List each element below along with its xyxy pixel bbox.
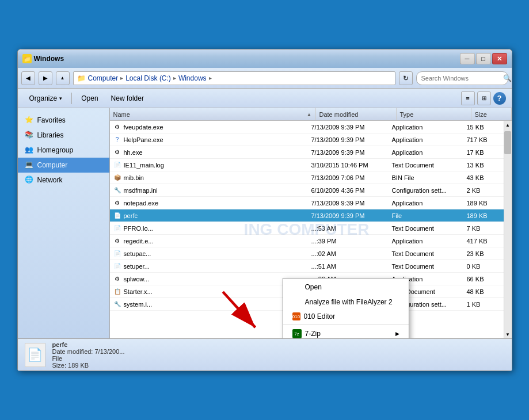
- file-row[interactable]: ⚙hh.exe 7/13/2009 9:39 PM Application 17…: [110, 146, 504, 159]
- window-icon: 📁: [22, 54, 32, 63]
- file-row[interactable]: 📦mib.bin 7/13/2009 7:06 PM BIN File 43 K…: [110, 171, 504, 184]
- scroll-up-arrow[interactable]: ▲: [504, 121, 512, 129]
- filealyzer-icon: [292, 297, 302, 307]
- sidebar: ⭐ Favorites 📚 Libraries 👥 Homegroup 💻 Co…: [18, 108, 110, 338]
- scroll-thumb[interactable]: [504, 131, 511, 154]
- file-row[interactable]: 📄IE11_main.log 3/10/2015 10:46 PM Text D…: [110, 159, 504, 171]
- path-windows[interactable]: Windows: [178, 74, 207, 82]
- file-row[interactable]: ⚙notepad.exe 7/13/2009 9:39 PM Applicati…: [110, 197, 504, 209]
- 7zip-icon: 7z: [292, 329, 302, 338]
- file-icon-exe: ⚙: [113, 275, 121, 283]
- status-filename: perfc: [52, 341, 125, 348]
- col-date[interactable]: Date modified: [316, 108, 397, 120]
- sidebar-label-network: Network: [37, 176, 63, 184]
- ctx-7zip[interactable]: 7z 7-Zip ▶: [283, 326, 409, 338]
- sidebar-label-homegroup: Homegroup: [37, 146, 74, 154]
- title-bar-left: 📁 Windows: [22, 54, 64, 63]
- 7zip-submenu-arrow: ▶: [395, 331, 399, 337]
- address-bar: ◀ ▶ ▲ 📁 Computer ▸ Local Disk (C:) ▸ Win…: [18, 68, 512, 89]
- back-button[interactable]: ◀: [21, 71, 35, 85]
- search-input[interactable]: [421, 75, 501, 82]
- window-title: Windows: [34, 55, 64, 63]
- sidebar-item-favorites[interactable]: ⭐ Favorites: [18, 113, 109, 128]
- sidebar-label-computer: Computer: [37, 161, 68, 169]
- open-button[interactable]: Open: [75, 91, 104, 106]
- file-row[interactable]: 🔧msdfmap.ini 6/10/2009 4:36 PM Configura…: [110, 184, 504, 197]
- folder-icon: 📚: [25, 131, 34, 140]
- file-icon-txt: 📄: [113, 250, 121, 258]
- file-icon-exe: ⚙: [113, 199, 121, 207]
- file-icon-txt: 📄: [113, 161, 121, 169]
- col-name[interactable]: Name ▲: [110, 108, 316, 120]
- ctx-010editor[interactable]: 010 010 Editor: [283, 310, 409, 323]
- sidebar-label-libraries: Libraries: [37, 131, 64, 139]
- minimize-button[interactable]: ─: [460, 53, 475, 64]
- status-date: Date modified: 7/13/200...: [52, 348, 125, 355]
- close-button[interactable]: ✕: [492, 53, 507, 64]
- homegroup-icon: 👥: [25, 146, 34, 155]
- view-details-button[interactable]: ≡: [461, 91, 475, 105]
- path-folder-icon: 📁: [77, 74, 86, 82]
- sidebar-label-favorites: Favorites: [37, 116, 66, 124]
- path-localdisk[interactable]: Local Disk (C:): [125, 74, 171, 82]
- open-icon: [292, 282, 302, 292]
- sidebar-item-network[interactable]: 🌐 Network: [18, 173, 109, 188]
- file-icon-ini: 🔧: [113, 186, 121, 194]
- help-button[interactable]: ?: [493, 92, 506, 105]
- file-row[interactable]: ⚙regedit.e... ...:39 PM Application 417 …: [110, 235, 504, 247]
- up-button[interactable]: ▲: [56, 71, 70, 85]
- file-row[interactable]: 📄PFRO.lo... ...:53 AM Text Document 7 KB: [110, 222, 504, 235]
- scrollbar-vertical[interactable]: ▲ ▼: [504, 121, 512, 338]
- file-icon-xml: 📋: [113, 288, 121, 296]
- sidebar-item-computer[interactable]: 💻 Computer: [18, 158, 109, 173]
- sidebar-item-libraries[interactable]: 📚 Libraries: [18, 128, 109, 143]
- file-row[interactable]: 📄setuper... ...:51 AM Text Document 0 KB: [110, 260, 504, 273]
- main-content: ⭐ Favorites 📚 Libraries 👥 Homegroup 💻 Co…: [18, 108, 512, 338]
- col-type[interactable]: Type: [397, 108, 471, 120]
- file-row-perfc[interactable]: 📄perfc 7/13/2009 9:39 PM File 189 KB: [110, 209, 504, 222]
- file-icon-exe: ?: [113, 136, 121, 144]
- path-computer[interactable]: Computer: [88, 74, 119, 82]
- status-type: File: [52, 355, 125, 362]
- status-bar: 📄 perfc Date modified: 7/13/200... File …: [18, 338, 512, 371]
- title-bar-controls: ─ □ ✕: [460, 53, 507, 64]
- context-menu: Open Analyze file with FileAlyzer 2 010 …: [283, 278, 409, 338]
- explorer-window: 📁 Windows ─ □ ✕ ◀ ▶ ▲ 📁 Computer ▸ Local…: [17, 49, 512, 371]
- file-area-wrapper: Name ▲ Date modified Type Size: [110, 108, 512, 338]
- status-file-icon: 📄: [25, 343, 45, 367]
- search-box[interactable]: 🔍: [416, 71, 508, 85]
- new-folder-button[interactable]: New folder: [105, 91, 150, 106]
- maximize-button[interactable]: □: [476, 53, 491, 64]
- file-row[interactable]: ?HelpPane.exe 7/13/2009 9:39 PM Applicat…: [110, 133, 504, 146]
- toolbar: Organize Open New folder ≡ ⊞ ?: [18, 89, 512, 108]
- view-toggle-button[interactable]: ⊞: [477, 91, 491, 105]
- status-info: perfc Date modified: 7/13/200... File Si…: [52, 341, 125, 369]
- file-icon-exe: ⚙: [113, 123, 121, 131]
- refresh-button[interactable]: ↻: [399, 71, 413, 85]
- file-icon-file: 📄: [113, 212, 121, 220]
- sidebar-item-homegroup[interactable]: 👥 Homegroup: [18, 143, 109, 158]
- forward-button[interactable]: ▶: [39, 71, 52, 85]
- file-icon-exe: ⚙: [113, 148, 121, 156]
- ctx-filealyzer[interactable]: Analyze file with FileAlyzer 2: [283, 295, 409, 310]
- file-icon-bin: 📦: [113, 174, 121, 182]
- computer-icon: 💻: [25, 161, 34, 170]
- file-icon-ini: 🔧: [113, 300, 121, 308]
- file-icon-txt: 📄: [113, 224, 121, 232]
- star-icon: ⭐: [25, 116, 34, 125]
- col-size[interactable]: Size: [471, 108, 512, 120]
- file-icon-txt: 📄: [113, 262, 121, 270]
- network-icon: 🌐: [25, 175, 34, 185]
- file-row[interactable]: 📄setupac... ...:02 AM Text Document 23 K…: [110, 247, 504, 260]
- address-path[interactable]: 📁 Computer ▸ Local Disk (C:) ▸ Windows ▸: [73, 71, 395, 85]
- scroll-down-arrow[interactable]: ▼: [504, 330, 512, 338]
- organize-button[interactable]: Organize: [24, 91, 68, 106]
- file-row[interactable]: ⚙fveupdate.exe 7/13/2009 9:39 PM Applica…: [110, 121, 504, 133]
- title-bar: 📁 Windows ─ □ ✕: [18, 49, 512, 68]
- ctx-open[interactable]: Open: [283, 280, 409, 295]
- search-icon: 🔍: [503, 74, 512, 82]
- file-icon-exe: ⚙: [113, 237, 121, 245]
- ctx-sep: [283, 324, 409, 325]
- file-list-header: Name ▲ Date modified Type Size: [110, 108, 512, 121]
- status-size: Size: 189 KB: [52, 362, 125, 369]
